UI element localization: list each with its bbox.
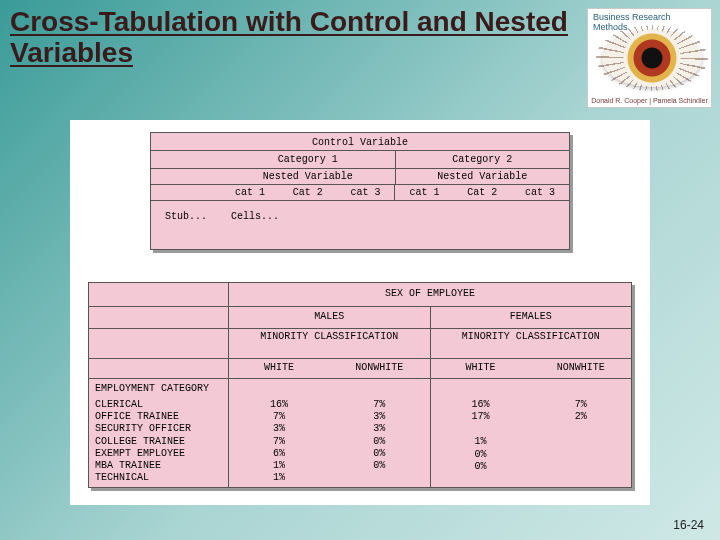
- table-sub-nonwhite-m: NONWHITE: [329, 359, 429, 378]
- schematic-c2b: Cat 2: [453, 185, 511, 200]
- logo-authors: Donald R. Cooper | Pamela Schindler: [588, 97, 711, 104]
- table-row-label: MBA TRAINEE: [95, 460, 224, 472]
- schematic-nested-2: Nested Variable: [395, 169, 570, 184]
- schematic-c3b: cat 3: [511, 185, 569, 200]
- page-number: 16-24: [673, 518, 704, 532]
- data-table: SEX OF EMPLOYEE MALES FEMALES MINORITY C…: [88, 282, 632, 488]
- table-group-females: FEMALES: [430, 307, 632, 328]
- schematic-table: Control Variable Category 1 Category 2 N…: [150, 132, 570, 250]
- schematic-c2a: Cat 2: [279, 185, 337, 200]
- schematic-cat1: Category 1: [221, 151, 395, 168]
- content-panel: Control Variable Category 1 Category 2 N…: [70, 120, 650, 505]
- schematic-c3a: cat 3: [337, 185, 395, 200]
- table-sub-nonwhite-f: NONWHITE: [531, 359, 631, 378]
- schematic-stub: Stub...: [151, 201, 221, 232]
- table-row-label: COLLEGE TRAINEE: [95, 436, 224, 448]
- schematic-nested-1: Nested Variable: [221, 169, 395, 184]
- schematic-c1b: cat 1: [394, 185, 453, 200]
- table-nested-2: MINORITY CLASSIFICATION: [430, 329, 632, 358]
- eye-icon: [602, 29, 702, 87]
- schematic-cat2: Category 2: [395, 151, 570, 168]
- table-stub-header: EMPLOYMENT CATEGORY: [95, 383, 224, 394]
- title-text: Cross-Tabulation with Control and Nested…: [10, 6, 570, 69]
- table-nested-1: MINORITY CLASSIFICATION: [229, 329, 430, 358]
- table-sub-white-m: WHITE: [229, 359, 329, 378]
- table-col-nonwhite-f: 7% 2%: [531, 379, 631, 487]
- schematic-cells: Cells...: [221, 201, 569, 232]
- table-stub-column: EMPLOYMENT CATEGORY CLERICAL OFFICE TRAI…: [89, 379, 229, 487]
- table-row-label: TECHNICAL: [95, 472, 224, 484]
- schematic-c1a: cat 1: [221, 185, 279, 200]
- book-logo: Business Research Methods Donald R. Coop…: [587, 8, 712, 108]
- schematic-control-label: Control Variable: [151, 133, 569, 151]
- table-col-white-f: 16% 17% 1% 0% 0%: [430, 379, 531, 487]
- table-group-males: MALES: [229, 307, 430, 328]
- table-row-label: EXEMPT EMPLOYEE: [95, 448, 224, 460]
- table-control-header: SEX OF EMPLOYEE: [229, 283, 631, 306]
- slide-title: Cross-Tabulation with Control and Nested…: [10, 6, 570, 69]
- table-row-label: SECURITY OFFICER: [95, 423, 224, 435]
- table-row-label: CLERICAL: [95, 399, 224, 411]
- table-col-white-m: 16% 7% 3% 7% 6% 1% 1%: [229, 379, 329, 487]
- table-col-nonwhite-m: 7% 3% 3% 0% 0% 0%: [329, 379, 429, 487]
- table-sub-white-f: WHITE: [430, 359, 531, 378]
- table-row-label: OFFICE TRAINEE: [95, 411, 224, 423]
